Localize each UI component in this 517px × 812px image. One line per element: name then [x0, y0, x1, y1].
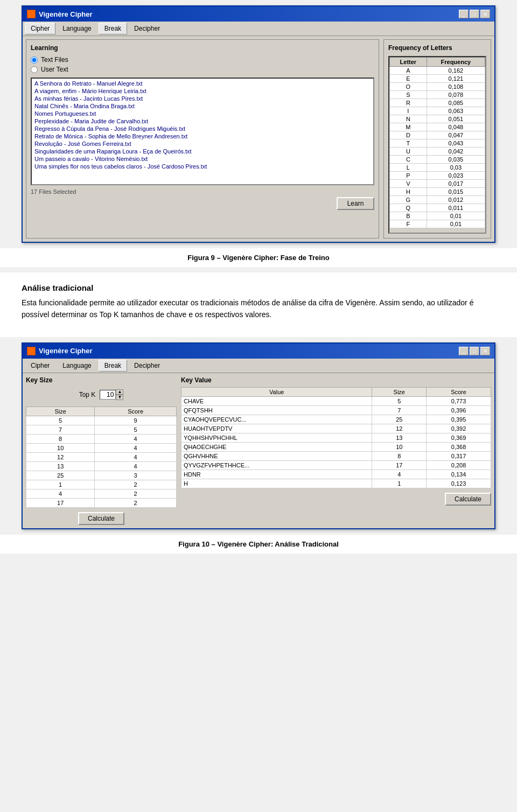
- list-item[interactable]: Singularidades de uma Rapariga Loura - E…: [33, 148, 372, 155]
- title-bar-1: Vigenère Cipher _ □ ✕: [23, 6, 494, 22]
- menu-cipher-1[interactable]: Cipher: [25, 23, 55, 34]
- letter-cell: P: [390, 172, 427, 180]
- table-row: Q 0,011: [390, 204, 485, 212]
- table-row: QHAOECHGHE 10 0,368: [181, 442, 491, 451]
- table-row: G 0,012: [390, 196, 485, 204]
- size-cell: 8: [26, 434, 95, 443]
- table-row: S 0,078: [390, 91, 485, 99]
- list-item[interactable]: Regresso à Cúpula da Pena - José Rodrigu…: [33, 125, 372, 132]
- size-cell: 5: [26, 416, 95, 425]
- table-row: O 0,108: [390, 83, 485, 91]
- top-k-spinbox[interactable]: ▲ ▼: [100, 389, 123, 400]
- table-row: B 0,01: [390, 212, 485, 220]
- spinbox-up[interactable]: ▲: [116, 389, 123, 395]
- menu-break-2[interactable]: Break: [99, 360, 127, 372]
- spinbox-down[interactable]: ▼: [116, 395, 123, 400]
- letter-cell: F: [390, 220, 427, 228]
- size-cell-kv: 8: [372, 451, 427, 460]
- size-cell: 10: [26, 443, 95, 452]
- spinbox-buttons[interactable]: ▲ ▼: [116, 389, 123, 400]
- table-row: V 0,017: [390, 180, 485, 188]
- table-row: H 0,015: [390, 188, 485, 196]
- list-item[interactable]: Revolução - José Gomes Ferreira.txt: [33, 140, 372, 148]
- score-cell-kv: 0,773: [427, 396, 491, 405]
- menu-decipher-1[interactable]: Decipher: [128, 23, 166, 34]
- score-cell: 4: [95, 434, 177, 443]
- table-row: A 0,162: [390, 67, 485, 75]
- size-cell-kv: 25: [372, 415, 427, 424]
- window-title-1: Vigenère Cipher: [39, 10, 92, 18]
- table-row: HUAOHTVEPDTV 12 0,392: [181, 424, 491, 433]
- close-button-1[interactable]: ✕: [480, 10, 490, 18]
- key-value-table: Value Size Score CHAVE 5 0,773 QFQTSHH 7…: [181, 387, 491, 488]
- window-controls-2[interactable]: _ □ ✕: [459, 347, 490, 355]
- menu-language-1[interactable]: Language: [57, 23, 97, 34]
- maximize-button-2[interactable]: □: [470, 347, 479, 355]
- learn-button[interactable]: Learn: [337, 197, 374, 210]
- radio-user-text-label[interactable]: User Text: [31, 66, 374, 73]
- calculate-button-2[interactable]: Calculate: [445, 493, 491, 506]
- table-row: 17 2: [26, 498, 177, 507]
- table-row: I 0,063: [390, 107, 485, 115]
- list-item[interactable]: Natal Chinês - Maria Ondina Braga.txt: [33, 102, 372, 110]
- table-row: 8 4: [26, 434, 177, 443]
- menu-decipher-2[interactable]: Decipher: [128, 360, 166, 372]
- value-cell: CHAVE: [181, 396, 372, 405]
- window-title-2: Vigenère Cipher: [39, 347, 92, 355]
- window-controls-1[interactable]: _ □ ✕: [459, 10, 490, 18]
- top-k-area: Top K ▲ ▼: [26, 387, 177, 402]
- score-cell-kv: 0,368: [427, 442, 491, 451]
- close-button-2[interactable]: ✕: [480, 347, 490, 355]
- score-cell-kv: 0,369: [427, 433, 491, 442]
- frequency-table-container[interactable]: Letter Frequency A 0,162 E 0,121 O 0,108…: [388, 56, 486, 234]
- main-content-1: Learning Text Files User Text A Senhora …: [23, 36, 494, 242]
- value-cell: QHAOECHGHE: [181, 442, 372, 451]
- key-size-table: Size Score 5 9 7 5 8 4 10 4 12 4 13 4 25: [26, 407, 177, 508]
- size-cell-kv: 5: [372, 396, 427, 405]
- table-row: QFQTSHH 7 0,396: [181, 405, 491, 415]
- value-cell: H: [181, 479, 372, 488]
- size-cell: 13: [26, 461, 95, 471]
- list-item[interactable]: A Senhora do Retrato - Manuel Alegre.txt: [33, 80, 372, 87]
- table-row: H 1 0,123: [181, 479, 491, 488]
- list-item[interactable]: Retrato de Mónica - Sophia de Mello Brey…: [33, 132, 372, 140]
- letter-cell: S: [390, 91, 427, 99]
- list-item[interactable]: Perplexidade - Maria Judite de Carvalho.…: [33, 117, 372, 125]
- list-item[interactable]: Uma simples flor nos teus cabelos claros…: [33, 163, 372, 170]
- calculate-btn-row-1: Calculate: [26, 512, 177, 525]
- menu-language-2[interactable]: Language: [57, 360, 97, 372]
- figure-2-caption: Figura 10 – Vigenère Cipher: Análise Tra…: [0, 535, 517, 554]
- table-row: QGHVHHNE 8 0,317: [181, 451, 491, 460]
- top-k-label: Top K: [79, 391, 96, 398]
- freq-cell: 0,042: [427, 148, 485, 156]
- radio-text-files-label[interactable]: Text Files: [31, 56, 374, 64]
- file-list[interactable]: A Senhora do Retrato - Manuel Alegre.txt…: [31, 78, 374, 185]
- freq-cell: 0,047: [427, 131, 485, 139]
- calculate-button-1[interactable]: Calculate: [78, 512, 124, 525]
- menu-break-1[interactable]: Break: [99, 23, 127, 34]
- freq-cell: 0,121: [427, 75, 485, 83]
- minimize-button-2[interactable]: _: [459, 347, 469, 355]
- list-item[interactable]: Nomes Portugueses.txt: [33, 110, 372, 117]
- maximize-button-1[interactable]: □: [470, 10, 479, 18]
- value-cell: QGHVHHNE: [181, 451, 372, 460]
- letter-cell: H: [390, 188, 427, 196]
- minimize-button-1[interactable]: _: [459, 10, 469, 18]
- table-row: D 0,047: [390, 131, 485, 139]
- app-icon-2: [27, 347, 36, 355]
- menu-bar-2: Cipher Language Break Decipher: [23, 359, 494, 373]
- top-k-input[interactable]: [100, 390, 116, 400]
- letter-cell: A: [390, 67, 427, 75]
- freq-cell: 0,01: [427, 212, 485, 220]
- table-row: 4 2: [26, 489, 177, 498]
- radio-user-text[interactable]: [31, 66, 38, 73]
- score-cell: 4: [95, 452, 177, 461]
- menu-cipher-2[interactable]: Cipher: [25, 360, 55, 372]
- table-row: T 0,043: [390, 139, 485, 148]
- list-item[interactable]: A viagem, enfim - Mário Henrique Leiria.…: [33, 87, 372, 95]
- letter-cell: G: [390, 196, 427, 204]
- list-item[interactable]: As minhas férias - Jacinto Lucas Pires.t…: [33, 95, 372, 102]
- list-item[interactable]: Um passeio a cavalo - Vitorino Nemésio.t…: [33, 155, 372, 163]
- letter-cell: C: [390, 156, 427, 164]
- radio-text-files[interactable]: [31, 57, 38, 64]
